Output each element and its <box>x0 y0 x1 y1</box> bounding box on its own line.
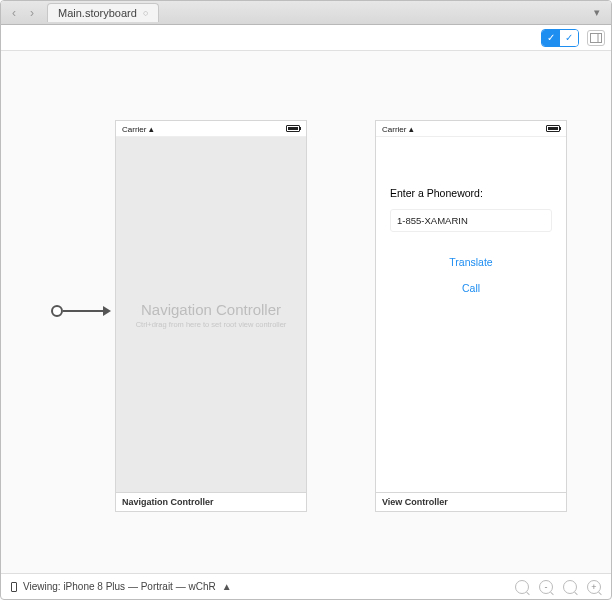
file-tab-label: Main.storyboard <box>58 7 137 19</box>
status-bar: Carrier ▴ <box>376 121 566 137</box>
design-mode-button[interactable]: ✓ <box>542 30 560 46</box>
entry-point-arrow[interactable] <box>51 305 111 317</box>
phoneword-label: Enter a Phoneword: <box>390 187 552 199</box>
nav-controller-placeholder: Navigation Controller Ctrl+drag from her… <box>116 137 306 492</box>
carrier-label: Carrier ▴ <box>382 124 414 134</box>
zoom-out-button[interactable]: - <box>539 580 553 594</box>
view-controller-scene[interactable]: Carrier ▴ Enter a Phoneword: 1-855-XAMAR… <box>376 121 566 511</box>
viewing-label[interactable]: Viewing: iPhone 8 Plus — Portrait — wChR <box>23 581 216 592</box>
nav-controller-title: Navigation Controller <box>141 301 281 318</box>
phoneword-textfield[interactable]: 1-855-XAMARIN <box>390 209 552 232</box>
editor-mode-toggle[interactable]: ✓ ✓ <box>541 29 579 47</box>
bottom-bar: Viewing: iPhone 8 Plus — Portrait — wChR… <box>1 573 611 599</box>
view-controller-content: Enter a Phoneword: 1-855-XAMARIN Transla… <box>376 137 566 492</box>
wifi-icon: ▴ <box>149 124 154 134</box>
zoom-controls: - + <box>515 580 601 594</box>
navigation-controller-scene[interactable]: Carrier ▴ Navigation Controller Ctrl+dra… <box>116 121 306 511</box>
warning-icon[interactable]: ▲ <box>222 581 232 592</box>
file-tab[interactable]: Main.storyboard ○ <box>47 3 159 22</box>
close-icon[interactable]: ○ <box>143 8 148 18</box>
nav-forward-button[interactable]: › <box>25 4 39 22</box>
editor-toolstrip: ✓ ✓ <box>1 25 611 51</box>
zoom-in-button[interactable]: + <box>587 580 601 594</box>
storyboard-canvas[interactable]: Carrier ▴ Navigation Controller Ctrl+dra… <box>1 51 611 573</box>
source-mode-button[interactable]: ✓ <box>560 30 578 46</box>
battery-icon <box>286 125 300 132</box>
panel-toggle-button[interactable] <box>587 30 605 46</box>
call-button[interactable]: Call <box>390 282 552 294</box>
zoom-actual-button[interactable] <box>563 580 577 594</box>
scene-footer-label: View Controller <box>376 492 566 511</box>
zoom-fit-button[interactable] <box>515 580 529 594</box>
tabs-dropdown-button[interactable]: ▾ <box>589 5 605 21</box>
wifi-icon: ▴ <box>409 124 414 134</box>
carrier-label: Carrier ▴ <box>122 124 154 134</box>
status-bar: Carrier ▴ <box>116 121 306 137</box>
translate-button[interactable]: Translate <box>390 256 552 268</box>
nav-back-button[interactable]: ‹ <box>7 4 21 22</box>
window-titlebar: ‹ › Main.storyboard ○ ▾ <box>1 1 611 25</box>
entry-point-icon <box>51 305 63 317</box>
svg-rect-0 <box>591 33 602 42</box>
nav-controller-hint: Ctrl+drag from here to set root view con… <box>136 320 287 329</box>
device-icon <box>11 582 17 592</box>
battery-icon <box>546 125 560 132</box>
scene-footer-label: Navigation Controller <box>116 492 306 511</box>
